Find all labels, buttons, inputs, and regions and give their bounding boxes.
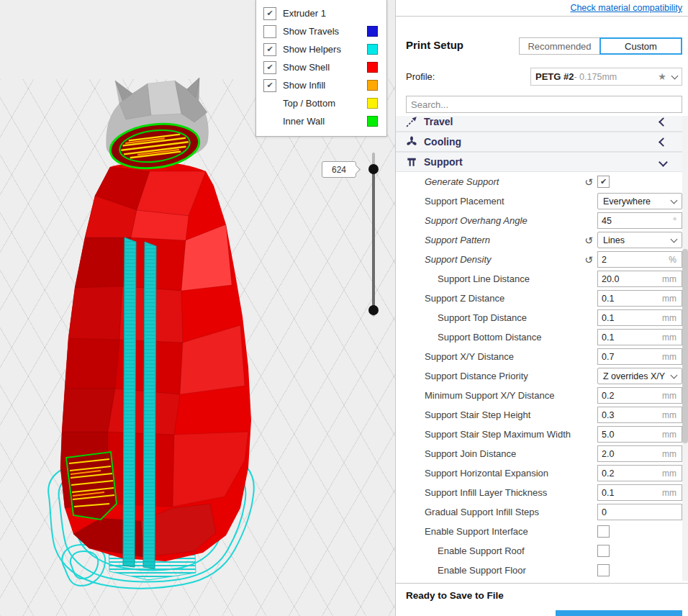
setting-field[interactable]: 0.2mm — [597, 387, 682, 404]
setting-control: 0.2mm — [597, 387, 682, 404]
scrollbar-thumb[interactable] — [682, 249, 688, 443]
settings-scrollbar — [682, 116, 688, 581]
setting-field[interactable]: 0.3mm — [597, 407, 682, 423]
support-settings-list: Generate Support↺✔Support PlacementEvery… — [396, 172, 682, 580]
setting-field[interactable]: 5.0mm — [597, 426, 682, 443]
setting-field[interactable]: 0.2mm — [597, 465, 682, 481]
setting-checkbox[interactable] — [597, 545, 610, 557]
setting-checkbox[interactable]: ✔ — [597, 176, 610, 188]
setting-row: Enable Support Interface — [396, 522, 682, 541]
setting-control: 0.3mm — [597, 407, 682, 423]
setting-label: Support Line Distance — [425, 273, 530, 284]
setting-field[interactable]: 0.1mm — [597, 309, 682, 326]
setting-control-area — [597, 525, 682, 538]
field-value: 45 — [602, 216, 612, 226]
field-value: 0.3 — [602, 410, 614, 420]
setting-label: Enable Support Roof — [425, 545, 525, 556]
setting-control: 5.0mm — [597, 426, 682, 443]
setting-control: Everywhere — [597, 193, 682, 209]
setting-row: Enable Support Floor — [396, 561, 682, 580]
legend-label: Show Helpers — [283, 44, 341, 55]
recommended-button[interactable]: Recommended — [519, 37, 600, 55]
setting-label: Support Horizontal Expansion — [425, 468, 548, 479]
setting-control-area: Everywhere — [597, 193, 682, 209]
legend-checkbox[interactable]: ✔ — [263, 7, 276, 20]
setting-checkbox[interactable] — [597, 525, 610, 538]
field-unit: mm — [662, 430, 678, 440]
layer-slider-handle-bottom[interactable] — [368, 305, 379, 315]
setting-control: 20.0mm — [597, 271, 682, 287]
setting-control-area: 0.1mm — [597, 484, 682, 501]
reset-icon[interactable]: ↺ — [584, 235, 593, 245]
setting-field[interactable]: 0 — [597, 504, 682, 520]
setting-control-area: 0.7mm — [597, 348, 682, 365]
category-travel[interactable]: Travel — [396, 116, 682, 132]
settings-search-input[interactable] — [406, 96, 682, 113]
chevron-down-icon — [671, 235, 678, 243]
layer-view-legend: ✔Extruder 1Show Travels✔Show Helpers✔Sho… — [255, 0, 387, 137]
custom-button[interactable]: Custom — [599, 37, 682, 55]
setting-row: Support Line Distance20.0mm — [396, 269, 682, 289]
setting-field[interactable]: 0.1mm — [597, 290, 682, 307]
category-support[interactable]: Support — [396, 152, 682, 172]
legend-checkbox[interactable]: ✔ — [263, 79, 276, 92]
setting-field[interactable]: 45° — [597, 212, 682, 229]
setting-control-area: Z overrides X/Y — [597, 368, 682, 384]
setting-field[interactable]: 0.1mm — [597, 329, 682, 345]
setting-field[interactable]: 20.0mm — [597, 271, 682, 287]
save-to-file-button[interactable] — [556, 610, 682, 616]
setting-row: Support Join Distance2.0mm — [396, 444, 682, 463]
setting-row: Support Overhang Angle45° — [396, 211, 682, 230]
reset-icon[interactable]: ↺ — [584, 177, 593, 187]
profile-dropdown[interactable]: PETG #2 - 0.175mm ★ — [530, 68, 682, 86]
color-swatch — [367, 62, 378, 73]
legend-item: ✔Show Helpers — [256, 40, 386, 58]
category-cooling[interactable]: Cooling — [396, 132, 682, 152]
chevron-down-icon — [671, 196, 678, 204]
layer-slider-handle-top[interactable] — [368, 164, 379, 174]
setting-row: Support Infill Layer Thickness0.1mm — [396, 483, 682, 502]
field-unit: mm — [662, 410, 678, 420]
setting-field[interactable]: 0.1mm — [597, 484, 682, 501]
layer-slider-range — [372, 169, 375, 310]
setting-field[interactable]: 2.0mm — [597, 445, 682, 462]
setting-checkbox[interactable] — [597, 564, 610, 576]
field-value: 20.0 — [602, 274, 619, 284]
setting-label: Support X/Y Distance — [425, 351, 514, 362]
field-unit: mm — [662, 294, 678, 304]
setting-control-area: 0.3mm — [597, 407, 682, 423]
setting-field[interactable]: 2% — [597, 251, 682, 268]
setting-select[interactable]: Everywhere — [597, 193, 682, 209]
legend-checkbox[interactable]: ✔ — [263, 61, 276, 74]
setting-control: Lines — [597, 232, 682, 248]
setting-control-area: 5.0mm — [597, 426, 682, 443]
setting-field[interactable]: 0.7mm — [597, 348, 682, 365]
legend-checkbox[interactable] — [263, 25, 276, 38]
setting-control: 45° — [597, 212, 682, 229]
category-label: Travel — [424, 116, 453, 127]
setting-label: Gradual Support Infill Steps — [425, 507, 539, 517]
setting-control: 2.0mm — [597, 445, 682, 462]
setting-select[interactable]: Z overrides X/Y — [597, 368, 682, 384]
setting-control-area: 0.1mm — [597, 290, 682, 307]
field-value: 0.2 — [602, 391, 614, 401]
color-swatch — [367, 116, 378, 127]
field-unit: mm — [662, 391, 678, 401]
setting-label: Support Pattern — [425, 235, 490, 245]
setting-row: Support Stair Step Height0.3mm — [396, 405, 682, 425]
material-compatibility-link[interactable]: Check material compatibility — [570, 3, 682, 13]
chevron-down-icon — [671, 72, 679, 79]
field-value: 5.0 — [602, 430, 614, 440]
panel-divider-bottom — [396, 583, 688, 584]
legend-checkbox[interactable]: ✔ — [263, 43, 276, 56]
setting-row: Generate Support↺✔ — [396, 172, 682, 191]
3d-viewport[interactable]: ✔Extruder 1Show Travels✔Show Helpers✔Sho… — [0, 0, 395, 616]
setting-select[interactable]: Lines — [597, 232, 682, 248]
setting-label: Support Join Distance — [425, 448, 516, 459]
setting-label: Support Placement — [425, 196, 504, 207]
field-value: 0.1 — [602, 488, 614, 498]
legend-label: Show Shell — [283, 62, 330, 73]
reset-icon[interactable]: ↺ — [584, 255, 593, 265]
setting-label: Minimum Support X/Y Distance — [425, 390, 554, 401]
chevron-left-icon — [658, 117, 668, 127]
